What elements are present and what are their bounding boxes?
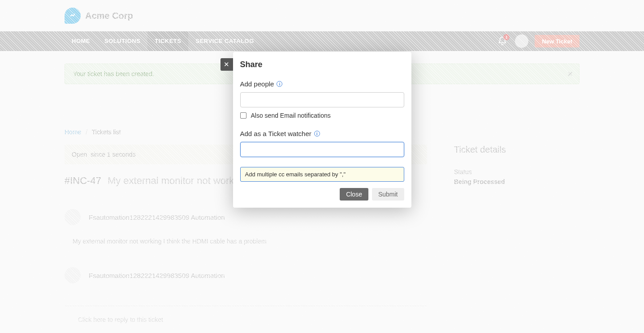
modal-title: Share bbox=[240, 60, 404, 69]
close-icon: ✕ bbox=[224, 60, 229, 68]
add-watcher-label: Add as a Ticket watcher bbox=[240, 130, 311, 137]
submit-button[interactable]: Submit bbox=[372, 188, 404, 201]
modal-body: Share Add people i Also send Email notif… bbox=[233, 52, 411, 182]
add-people-label: Add people bbox=[240, 80, 274, 88]
add-people-label-row: Add people i bbox=[240, 80, 404, 88]
add-watcher-input[interactable] bbox=[240, 142, 404, 157]
share-modal: ✕ Share Add people i Also send Email not… bbox=[233, 52, 411, 208]
add-people-field: Add people i Also send Email notificatio… bbox=[240, 80, 404, 119]
email-notifications-row: Also send Email notifications bbox=[240, 112, 404, 119]
email-notifications-checkbox[interactable] bbox=[240, 112, 246, 119]
modal-close-button[interactable]: ✕ bbox=[220, 58, 233, 71]
email-notifications-label: Also send Email notifications bbox=[251, 112, 331, 119]
add-watcher-field: Add as a Ticket watcher i Add multiple c… bbox=[240, 130, 404, 182]
modal-footer: Close Submit bbox=[233, 182, 411, 208]
watcher-tooltip: Add multiple cc emails separated by "," bbox=[240, 167, 404, 182]
add-watcher-label-row: Add as a Ticket watcher i bbox=[240, 130, 404, 137]
info-icon[interactable]: i bbox=[314, 131, 320, 137]
info-icon[interactable]: i bbox=[277, 81, 282, 87]
add-people-input[interactable] bbox=[240, 92, 404, 107]
close-button[interactable]: Close bbox=[340, 188, 368, 201]
